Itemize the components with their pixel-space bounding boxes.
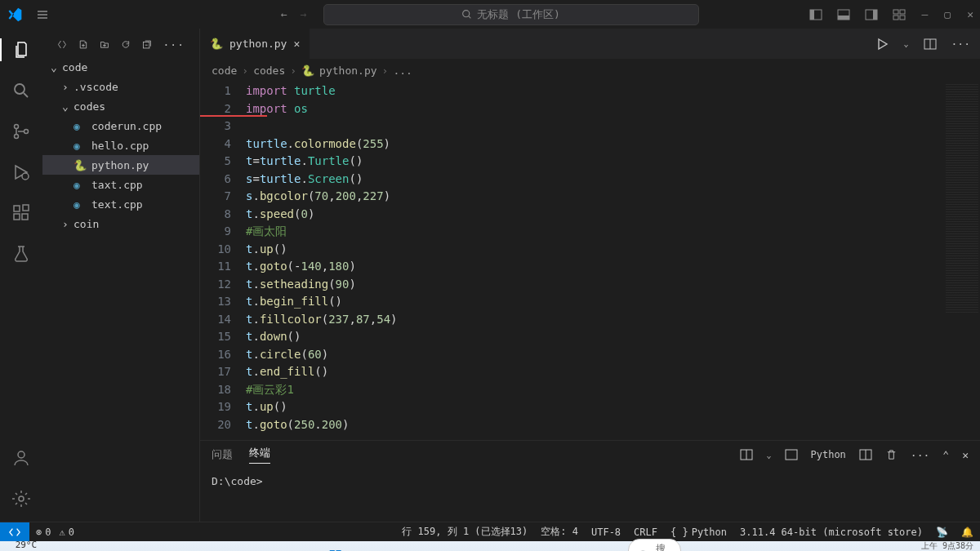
maximize-panel-icon[interactable]: ⌃ bbox=[942, 449, 949, 461]
new-folder-icon[interactable] bbox=[100, 38, 109, 51]
maximize-icon[interactable]: ▢ bbox=[944, 8, 951, 20]
tree-file[interactable]: ◉taxt.cpp bbox=[42, 175, 199, 194]
terminal-split-view-icon[interactable] bbox=[859, 448, 872, 461]
python-file-icon: 🐍 bbox=[210, 38, 223, 50]
svg-rect-27 bbox=[786, 450, 797, 460]
panel-tab-terminal[interactable]: 终端 bbox=[249, 446, 270, 464]
compare-icon[interactable] bbox=[57, 38, 67, 51]
svg-rect-10 bbox=[900, 16, 905, 20]
layout-customize-icon[interactable] bbox=[893, 8, 906, 21]
tree-file[interactable]: ◉text.cpp bbox=[42, 194, 199, 214]
svg-rect-8 bbox=[900, 10, 905, 14]
svg-rect-2 bbox=[810, 10, 814, 20]
refresh-icon[interactable] bbox=[121, 38, 131, 51]
tree-folder-coin[interactable]: ›coin bbox=[42, 214, 199, 233]
testing-icon[interactable] bbox=[10, 242, 33, 265]
settings-gear-icon[interactable] bbox=[10, 487, 33, 510]
taskbar-weather[interactable]: ☀ 29°C局部晴朗 bbox=[7, 540, 42, 552]
tab-label: python.py bbox=[229, 38, 287, 50]
windows-start-icon[interactable] bbox=[328, 548, 342, 551]
editor-tabs: 🐍 python.py ✕ ⌄ ··· bbox=[200, 29, 980, 60]
layout-sidebar-left-icon[interactable] bbox=[809, 8, 822, 21]
explorer-icon[interactable] bbox=[0, 38, 42, 61]
tree-folder-root[interactable]: ⌄code bbox=[42, 57, 199, 77]
nav-forward-icon[interactable]: → bbox=[301, 8, 307, 20]
file-tree: ⌄code ›.vscode ⌄codes ◉coderun.cpp ◉hell… bbox=[42, 56, 199, 233]
tree-file-active[interactable]: 🐍python.py bbox=[42, 155, 199, 175]
code-content[interactable]: import turtleimport os turtle.colormode(… bbox=[246, 81, 980, 440]
status-encoding[interactable]: UTF-8 bbox=[585, 525, 627, 539]
run-file-icon[interactable] bbox=[875, 38, 889, 51]
close-icon[interactable]: ✕ bbox=[967, 8, 973, 20]
hamburger-menu-icon[interactable] bbox=[33, 5, 52, 24]
command-search-input[interactable]: 无标题 (工作区) bbox=[323, 4, 699, 25]
tab-close-icon[interactable]: ✕ bbox=[293, 38, 300, 50]
trash-icon[interactable] bbox=[885, 449, 898, 461]
status-errors[interactable]: ⊗0⚠0 bbox=[29, 527, 81, 538]
tree-folder-vscode[interactable]: ›.vscode bbox=[42, 77, 199, 96]
svg-rect-18 bbox=[22, 214, 28, 220]
svg-rect-9 bbox=[893, 16, 898, 20]
status-bell-icon[interactable]: 🔔 bbox=[955, 525, 980, 539]
status-interpreter[interactable]: 3.11.4 64-bit (microsoft store) bbox=[733, 525, 929, 539]
layout-panel-icon[interactable] bbox=[837, 8, 850, 21]
svg-point-14 bbox=[24, 130, 29, 134]
svg-point-13 bbox=[15, 135, 19, 139]
taskbar-search[interactable]: 🔍搜索 bbox=[628, 539, 681, 551]
run-debug-icon[interactable] bbox=[10, 161, 33, 184]
taskbar-clock[interactable]: 上午 9点38分 2023年8月20日 星期日 bbox=[911, 541, 973, 551]
svg-point-11 bbox=[15, 84, 24, 94]
status-lang[interactable]: { }Python bbox=[664, 525, 733, 539]
breadcrumbs[interactable]: code› codes› 🐍 python.py› ... bbox=[200, 60, 980, 81]
editor-area: 🐍 python.py ✕ ⌄ ··· code› codes› 🐍 pytho… bbox=[199, 29, 980, 522]
terminal-shell-label[interactable]: Python bbox=[811, 449, 846, 460]
more-actions-icon[interactable]: ··· bbox=[951, 38, 970, 50]
svg-point-21 bbox=[19, 496, 24, 501]
terminal-output[interactable]: D:\code> bbox=[200, 469, 980, 494]
split-editor-icon[interactable] bbox=[924, 38, 937, 51]
terminal-dropdown-icon[interactable]: ⌄ bbox=[766, 451, 771, 460]
terminal-split-icon[interactable] bbox=[740, 448, 753, 461]
line-gutter: 1234567891011121314151617181920 bbox=[200, 81, 246, 440]
run-dropdown-icon[interactable]: ⌄ bbox=[903, 39, 908, 48]
svg-rect-17 bbox=[14, 214, 20, 220]
svg-point-20 bbox=[18, 451, 24, 458]
tree-folder-codes[interactable]: ⌄codes bbox=[42, 96, 199, 116]
minimize-icon[interactable]: ― bbox=[922, 8, 929, 20]
svg-rect-6 bbox=[873, 10, 877, 20]
svg-point-0 bbox=[463, 11, 470, 17]
status-feedback-icon[interactable]: 📡 bbox=[929, 525, 955, 539]
vscode-logo-icon bbox=[7, 7, 23, 23]
tree-file[interactable]: ◉coderun.cpp bbox=[42, 116, 199, 136]
svg-point-12 bbox=[15, 125, 19, 129]
search-placeholder: 无标题 (工作区) bbox=[477, 7, 559, 22]
explorer-sidebar: ··· ⌄code ›.vscode ⌄codes ◉coderun.cpp ◉… bbox=[42, 29, 199, 522]
collapse-all-icon[interactable] bbox=[142, 38, 152, 51]
python-file-icon: 🐍 bbox=[301, 64, 314, 77]
more-icon[interactable]: ··· bbox=[163, 38, 185, 51]
status-cursor[interactable]: 行 159, 列 1 (已选择13) bbox=[395, 525, 534, 539]
svg-rect-7 bbox=[893, 10, 898, 14]
svg-rect-16 bbox=[14, 206, 20, 211]
terminal-layout-icon[interactable] bbox=[785, 448, 798, 461]
code-editor[interactable]: 1234567891011121314151617181920 import t… bbox=[200, 81, 980, 440]
new-file-icon[interactable] bbox=[78, 38, 88, 51]
nav-back-icon[interactable]: ← bbox=[281, 8, 287, 20]
minimap[interactable] bbox=[946, 84, 978, 313]
status-eol[interactable]: CRLF bbox=[627, 525, 664, 539]
tab-python-py[interactable]: 🐍 python.py ✕ bbox=[200, 29, 310, 59]
statusbar: ⊗0⚠0 行 159, 列 1 (已选择13) 空格: 4 UTF-8 CRLF… bbox=[0, 522, 980, 541]
more-icon[interactable]: ··· bbox=[911, 449, 929, 461]
extensions-icon[interactable] bbox=[10, 202, 33, 224]
source-control-icon[interactable] bbox=[10, 120, 33, 143]
titlebar: ← → 无标题 (工作区) ― ▢ ✕ bbox=[0, 0, 980, 29]
windows-taskbar: ☀ 29°C局部晴朗 🔍搜索 🦁 ▦ 🌐 📁 🛍 ⧉ ⌃ ☁ 🔊 中 📶 🔋 上… bbox=[0, 541, 980, 551]
layout-sidebar-right-icon[interactable] bbox=[865, 8, 878, 21]
close-panel-icon[interactable]: ✕ bbox=[962, 449, 969, 461]
panel-tab-problems[interactable]: 问题 bbox=[212, 447, 233, 462]
accounts-icon[interactable] bbox=[10, 447, 33, 469]
search-icon[interactable] bbox=[10, 79, 33, 102]
bottom-panel: 问题 终端 ⌄ Python ··· ⌃ ✕ D:\code> bbox=[200, 440, 980, 522]
tree-file[interactable]: ◉hello.cpp bbox=[42, 136, 199, 155]
status-spaces[interactable]: 空格: 4 bbox=[534, 525, 585, 539]
